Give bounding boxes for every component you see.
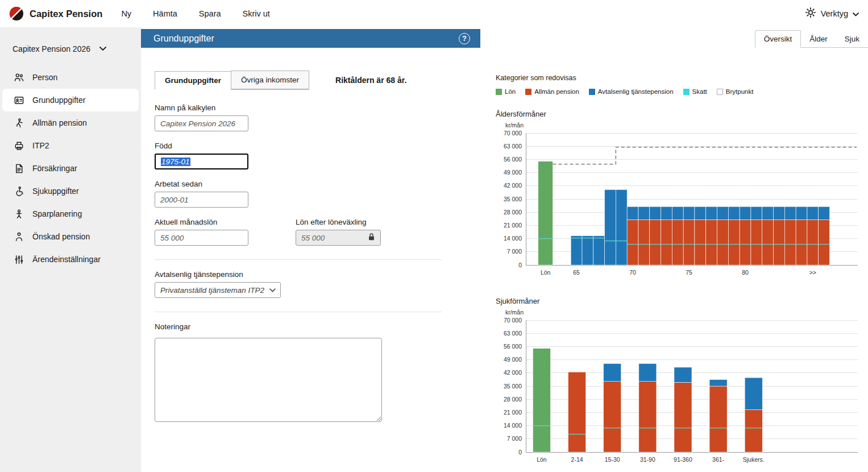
walking-person-icon [13,117,24,129]
tab-ovriga-inkomster[interactable]: Övriga inkomster [231,71,309,89]
arbetat-input[interactable]: 2000-01 [155,192,248,208]
svg-text:Lön: Lön [541,269,551,276]
chart-sjukformaner: 07 00014 00021 00028 00035 00042 00049 0… [493,305,868,468]
kalkyl-input[interactable]: Capitex Pension 2026 [155,115,248,131]
itp2-printer-icon [13,140,24,151]
manadslon-input[interactable]: 55 000 [155,230,248,246]
legend-item-allman-pension: Allmän pension [525,88,579,95]
page-title: Grunduppgifter [153,34,214,44]
sidebar-item-label: Försäkringar [32,164,77,173]
lonevaxling-group: Lön efter löneväxling 55 000 [296,208,381,246]
legend-label: Avtalsenlig tjänstepension [598,88,674,95]
lonevaxling-input: 55 000 [296,230,381,246]
svg-text:2-14: 2-14 [571,456,583,463]
overview-panel: Översikt Ålder Sjuk Kategorier som redov… [480,27,868,472]
allman-pension-swatch-icon [525,89,531,95]
person-group-icon [13,72,24,83]
chart-aldersformaner: 07 00014 00021 00028 00035 00042 00049 0… [493,118,868,281]
svg-text:Sjukers.: Sjukers. [743,456,765,463]
svg-text:28 000: 28 000 [504,209,522,216]
brytpunkt-swatch-icon [717,89,723,95]
menu-skriv-ut[interactable]: Skriv ut [232,5,281,23]
sidebar-item-allman-pension[interactable]: Allmän pension [2,111,139,134]
menu-spara[interactable]: Spara [188,5,232,23]
svg-text:70 000: 70 000 [504,317,522,324]
lonevaxling-label: Lön efter löneväxling [296,218,381,226]
gear-icon [805,7,816,20]
tab-alder[interactable]: Ålder [801,31,836,47]
svg-text:42 000: 42 000 [504,369,522,376]
savings-icon [13,208,24,220]
menu-hamta[interactable]: Hämta [142,5,188,23]
project-selector[interactable]: Capitex Pension 2026 [0,44,141,53]
svg-text:35 000: 35 000 [504,383,522,390]
kalkyl-value: Capitex Pension 2026 [160,119,235,128]
svg-text:0: 0 [518,449,522,456]
svg-text:21 000: 21 000 [504,409,522,416]
id-card-icon [13,94,24,106]
sidebar-item-itp2[interactable]: ITP2 [2,134,139,157]
menu-ny[interactable]: Ny [110,5,142,23]
tools-button[interactable]: Verktyg [805,7,859,20]
sidebar-item-sparplanering[interactable]: Sparplanering [2,202,139,225]
top-menu: Ny Hämta Spara Skriv ut [110,5,281,23]
legend-label: Allmän pension [534,88,579,95]
svg-text:56 000: 56 000 [504,156,522,163]
legend-label: Brytpunkt [726,88,754,95]
svg-text:70: 70 [629,269,636,276]
sidebar-item-label: Person [32,73,57,82]
kalkyl-label: Namn på kalkylen [155,103,480,112]
chevron-down-icon [269,288,276,292]
svg-text:70 000: 70 000 [504,130,522,136]
svg-text:31-90: 31-90 [640,456,655,463]
svg-text:65: 65 [573,269,580,276]
fodd-input[interactable]: 1975-01 [155,154,248,169]
svg-text:7 000: 7 000 [507,435,522,442]
sidebar-item-forsakringar[interactable]: Försäkringar [2,157,139,180]
svg-text:kr/mån: kr/mån [505,122,524,129]
svg-text:91-360: 91-360 [674,456,692,463]
legend-title: Kategorier som redovisas [496,74,868,82]
svg-text:35 000: 35 000 [504,196,522,202]
legend-item-brytpunkt: Brytpunkt [717,88,754,95]
noteringar-label: Noteringar [155,322,480,331]
manadslon-label: Aktuell månadslön [155,218,248,226]
fodd-value-selected: 1975-01 [161,158,190,166]
app-window: Capitex Pension Ny Hämta Spara Skriv ut … [0,0,868,472]
svg-text:75: 75 [686,269,692,276]
sidebar-item-arendeinstallningar[interactable]: Ärendeinställningar [2,248,139,271]
svg-text:63 000: 63 000 [504,143,522,150]
tab-grunduppgifter[interactable]: Grunduppgifter [155,71,231,90]
tab-oversikt[interactable]: Översikt [755,30,801,48]
main-panel: Grunduppgifter ? Grunduppgifter Övriga i… [141,27,480,472]
svg-text:0: 0 [518,262,522,268]
noteringar-textarea[interactable] [155,338,382,422]
svg-text:21 000: 21 000 [504,222,522,229]
sidebar-item-label: Allmän pension [32,118,87,127]
svg-text:Lön: Lön [537,456,547,463]
tab-sjuk[interactable]: Sjuk [836,31,868,47]
svg-text:361-: 361- [712,456,725,463]
svg-text:>>: >> [809,269,816,276]
sidebar-nav: Person Grunduppgifter [0,66,141,271]
svg-text:kr/mån: kr/mån [505,309,524,316]
svg-text:28 000: 28 000 [504,396,522,403]
help-button[interactable]: ? [459,33,470,44]
sidebar-item-person[interactable]: Person [2,66,139,89]
legend-item-lon: Lön [496,88,516,95]
svg-text:14 000: 14 000 [504,422,522,429]
sidebar-item-label: Önskad pension [32,232,90,241]
legend-item-skatt: Skatt [683,88,707,95]
chevron-down-icon [99,47,106,51]
app-title: Capitex Pension [30,9,102,19]
manadslon-value: 55 000 [160,234,184,242]
arbetat-label: Arbetat sedan [155,180,480,188]
arbetat-value: 2000-01 [160,196,189,204]
sidebar-item-onskad-pension[interactable]: Önskad pension [2,225,139,248]
sidebar-item-grunduppgifter[interactable]: Grunduppgifter [2,89,139,111]
chart-title-aldersformaner: Åldersförmåner [496,110,868,118]
lock-icon [368,233,375,243]
manadslon-group: Aktuell månadslön 55 000 [155,208,248,246]
sidebar-item-sjukuppgifter[interactable]: Sjukuppgifter [2,180,139,202]
tjanstepension-select[interactable]: Privatanställd tjänsteman ITP2 [155,282,281,298]
